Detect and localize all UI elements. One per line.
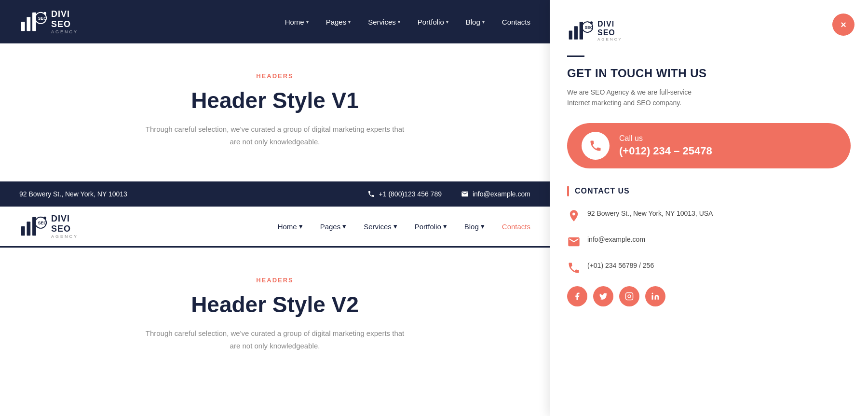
chevron-icon: ▾	[446, 19, 448, 25]
phone-item: +1 (800)123 456 789	[367, 190, 442, 198]
nav-v2: SEO DIVI SEO AGENCY Home ▾ Pages ▾ Servi…	[0, 207, 550, 248]
svg-point-19	[590, 21, 593, 24]
logo-text-v1: DIVI SEO AGENCY	[51, 9, 78, 34]
twitter-icon[interactable]	[593, 286, 613, 306]
chevron-icon: ▾	[342, 222, 346, 231]
nav-v2-item-pages[interactable]: Pages ▾	[320, 222, 347, 231]
nav-v2-item-services[interactable]: Services ▾	[364, 222, 397, 231]
svg-text:SEO: SEO	[38, 16, 47, 21]
close-button[interactable]: ×	[832, 14, 854, 36]
nav-v1-links: Home ▾ Pages ▾ Services ▾ Portfolio ▾ Bl…	[285, 18, 530, 26]
address-text: 92 Bowery St., New York, NY 10013	[19, 190, 127, 198]
call-icon-circle	[582, 132, 610, 160]
svg-rect-8	[27, 222, 30, 236]
svg-rect-7	[21, 226, 25, 236]
panel-title: GET IN TOUCH WITH US	[567, 67, 851, 80]
contact-section-title: CONTACT US	[567, 186, 851, 196]
phone-icon-panel	[589, 139, 602, 153]
panel-logo-icon: SEO	[567, 17, 594, 44]
email-item: info@example.com	[461, 190, 530, 198]
hero-v2-title: Header Style V2	[19, 291, 530, 318]
svg-point-5	[43, 12, 46, 15]
logo-icon-v1: SEO	[19, 8, 47, 36]
chevron-icon: ▾	[393, 222, 397, 231]
phone-icon-contact	[567, 261, 581, 275]
hero-v1-section: HEADERS Header Style V1 Through careful …	[0, 43, 550, 181]
panel-logo: SEO DIVI SEO AGENCY	[567, 17, 851, 44]
nav-item-home-v1[interactable]: Home ▾	[285, 18, 309, 26]
hero-v2-desc: Through careful selection, we've curated…	[140, 327, 410, 352]
svg-rect-15	[574, 26, 578, 39]
svg-rect-14	[569, 31, 572, 40]
contact-phone-row: (+01) 234 56789 / 256	[567, 260, 851, 275]
call-text: Call us (+012) 234 – 25478	[619, 134, 712, 157]
social-icons	[567, 286, 851, 306]
email-icon-panel	[567, 235, 581, 249]
facebook-icon[interactable]	[567, 286, 587, 306]
chevron-icon: ▾	[443, 222, 447, 231]
logo-icon-v2: SEO	[19, 212, 47, 240]
nav-v2-item-portfolio[interactable]: Portfolio ▾	[415, 222, 447, 231]
chevron-icon: ▾	[306, 19, 309, 25]
logo-text-v2: DIVI SEO AGENCY	[51, 214, 78, 239]
chevron-icon: ▾	[481, 222, 485, 231]
svg-rect-0	[21, 22, 25, 31]
phone-text: +1 (800)123 456 789	[379, 190, 442, 198]
info-bar: 92 Bowery St., New York, NY 10013 +1 (80…	[0, 181, 550, 207]
hero-v1-desc: Through careful selection, we've curated…	[140, 123, 410, 148]
logo-v1[interactable]: SEO DIVI SEO AGENCY	[19, 8, 78, 36]
svg-rect-1	[27, 17, 30, 31]
section-label-v1: HEADERS	[19, 72, 530, 80]
panel-logo-text: DIVI SEO AGENCY	[597, 20, 623, 42]
svg-point-23	[652, 292, 653, 294]
chevron-icon: ▾	[482, 19, 485, 25]
nav-v2-item-home[interactable]: Home ▾	[278, 222, 303, 231]
nav-v2-item-blog[interactable]: Blog ▾	[464, 222, 485, 231]
call-number: (+012) 234 – 25478	[619, 145, 712, 157]
nav-item-services-v1[interactable]: Services ▾	[368, 18, 400, 26]
svg-rect-21	[626, 292, 633, 300]
panel-divider	[567, 55, 584, 57]
logo-v2[interactable]: SEO DIVI SEO AGENCY	[19, 212, 78, 240]
nav-v2-item-contacts[interactable]: Contacts	[502, 222, 530, 231]
location-icon	[567, 209, 581, 222]
contact-email-row: info@example.com	[567, 234, 851, 249]
call-label: Call us	[619, 134, 712, 143]
chevron-icon: ▾	[299, 222, 303, 231]
contact-phone-text: (+01) 234 56789 / 256	[587, 260, 654, 271]
svg-text:SEO: SEO	[38, 221, 47, 225]
chevron-icon: ▾	[348, 19, 351, 25]
phone-icon-bar	[367, 190, 375, 198]
nav-v1: SEO DIVI SEO AGENCY Home ▾ Pages ▾ Servi…	[0, 0, 550, 43]
nav-item-portfolio-v1[interactable]: Portfolio ▾	[418, 18, 448, 26]
svg-point-12	[43, 217, 46, 220]
contact-address-text: 92 Bowery St., New York, NY 10013, USA	[587, 208, 713, 219]
email-text: info@example.com	[473, 190, 530, 198]
main-content: SEO DIVI SEO AGENCY Home ▾ Pages ▾ Servi…	[0, 0, 550, 416]
nav-item-contacts-v1[interactable]: Contacts	[502, 18, 530, 26]
hero-v1-title: Header Style V1	[19, 87, 530, 113]
nav-v2-links: Home ▾ Pages ▾ Services ▾ Portfolio ▾ Bl…	[278, 222, 530, 231]
chevron-icon: ▾	[398, 19, 400, 25]
panel-subtitle: We are SEO Agency & we are full-service …	[567, 87, 702, 109]
sidebar-panel: × SEO DIVI SEO AGENCY GET IN TOUCH WITH …	[550, 0, 868, 416]
hero-v2-section: HEADERS Header Style V2 Through careful …	[0, 248, 550, 416]
svg-text:SEO: SEO	[585, 26, 594, 30]
section-label-v2: HEADERS	[19, 277, 530, 284]
nav-item-blog-v1[interactable]: Blog ▾	[466, 18, 485, 26]
nav-item-pages-v1[interactable]: Pages ▾	[326, 18, 351, 26]
email-icon-bar	[461, 190, 469, 198]
linkedin-icon[interactable]	[645, 286, 665, 306]
contact-email-text: info@example.com	[587, 234, 645, 245]
call-us-box[interactable]: Call us (+012) 234 – 25478	[567, 123, 851, 168]
contact-address-row: 92 Bowery St., New York, NY 10013, USA	[567, 208, 851, 222]
contact-items: +1 (800)123 456 789 info@example.com	[367, 190, 530, 198]
instagram-icon[interactable]	[619, 286, 639, 306]
